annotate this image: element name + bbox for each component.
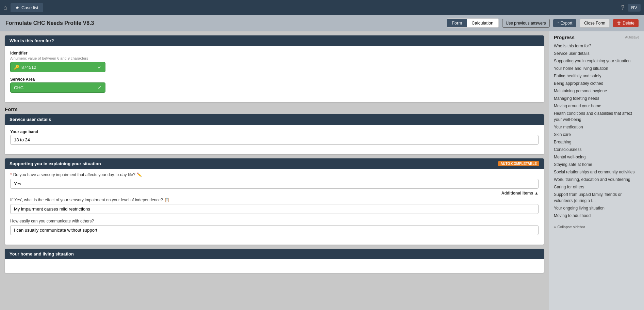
age-band-select[interactable]: 18 to 2425 to 3435 to 4445 to 5455 to 64… [10, 135, 539, 145]
age-band-field-group: Your age band 18 to 2425 to 3435 to 4445… [10, 129, 539, 145]
age-band-select-wrapper: 18 to 2425 to 3435 to 4445 to 5455 to 64… [10, 135, 539, 145]
sidebar-item[interactable]: Work, training, education and volunteeri… [554, 176, 639, 183]
trash-icon: 🗑 [617, 21, 621, 26]
communicate-question-label: How easily can you communicate with othe… [10, 219, 539, 223]
main-layout: Who is this form for? Identifier A numer… [0, 31, 644, 310]
effect-select[interactable]: My impairment causes mild restrictions M… [10, 204, 539, 214]
collapse-icon: » [554, 225, 556, 229]
communicate-select[interactable]: I can usually communicate without suppor… [10, 225, 539, 235]
sidebar-item[interactable]: Staying safe at home [554, 161, 639, 168]
service-user-body: Your age band 18 to 2425 to 3435 to 4445… [5, 125, 544, 154]
age-band-label: Your age band [10, 129, 539, 134]
sidebar-item[interactable]: Mental well-being [554, 153, 639, 161]
home-section-body [5, 259, 544, 273]
sidebar-item[interactable]: Managing toileting needs [554, 95, 639, 102]
service-area-input[interactable]: CHC ✓ [10, 82, 105, 93]
check-icon: ✓ [98, 64, 102, 70]
who-is-form-header: Who is this form for? [5, 35, 544, 46]
help-icon[interactable]: ? [621, 4, 624, 11]
who-is-form-body: Identifier A numeric value of between 6 … [5, 46, 544, 102]
page-title: Formulate CHC Needs Profile V8.3 [5, 20, 443, 26]
form-section-label: Form [5, 106, 544, 112]
sidebar-item[interactable]: Your medication [554, 123, 639, 131]
support-section-body: * Do you have a sensory impairment that … [5, 169, 544, 245]
home-section-header: Your home and living situation [5, 249, 544, 259]
home-icon[interactable]: ⌂ [3, 4, 7, 11]
identifier-hint: A numeric value of between 6 and 9 chara… [10, 56, 539, 60]
support-section: Supporting you in explaining your situat… [5, 158, 544, 245]
effect-select-wrapper: My impairment causes mild restrictions M… [10, 204, 539, 214]
sidebar: Progress Autosave Who is this form for?S… [549, 31, 644, 310]
sidebar-item[interactable]: Moving to adulthood [554, 212, 639, 219]
identifier-input[interactable]: 🔑 874512 ✓ [10, 62, 105, 72]
sidebar-item[interactable]: Your home and living situation [554, 65, 639, 72]
user-badge: RV [628, 4, 641, 12]
support-section-header: Supporting you in explaining your situat… [5, 158, 544, 169]
collapse-sidebar-button[interactable]: » Collapse sidebar [554, 225, 639, 229]
additional-items-toggle[interactable]: Additional Items ▲ [10, 189, 539, 198]
sensory-question-label: * Do you have a sensory impairment that … [10, 172, 539, 177]
calculation-tab[interactable]: Calculation [467, 19, 498, 27]
top-nav: ⌂ ★ Case list ? RV [0, 0, 644, 15]
sidebar-item[interactable]: Health conditions and disabilities that … [554, 110, 639, 123]
service-area-label: Service Area [10, 77, 539, 82]
auto-completable-badge: AUTO-COMPLETABLE [498, 161, 539, 166]
sidebar-item[interactable]: Who is this form for? [554, 42, 639, 50]
service-area-field-group: Service Area CHC ✓ [10, 77, 539, 93]
who-is-form-section: Who is this form for? Identifier A numer… [5, 35, 544, 102]
export-button[interactable]: ↑ Export [553, 19, 577, 27]
export-icon: ↑ [557, 21, 559, 26]
sidebar-item[interactable]: Being appropriately clothed [554, 80, 639, 87]
effect-question-label: If 'Yes', what is the effect of your sen… [10, 198, 539, 202]
chevron-up-icon: ▲ [534, 191, 539, 196]
form-calc-toggle: Form Calculation [447, 18, 499, 28]
edit-icon-sensory: ✏️ [137, 172, 142, 177]
form-area: Who is this form for? Identifier A numer… [0, 31, 549, 310]
sidebar-item[interactable]: Supporting you in explaining your situat… [554, 57, 639, 65]
sidebar-item[interactable]: Maintaining personal hygiene [554, 87, 639, 95]
sensory-select[interactable]: Yes No [10, 179, 539, 189]
communicate-field-group: How easily can you communicate with othe… [10, 219, 539, 235]
sidebar-items-list: Who is this form for?Service user detail… [554, 42, 639, 219]
identifier-field-group: Identifier A numeric value of between 6 … [10, 51, 539, 72]
identifier-label: Identifier [10, 51, 539, 56]
close-form-button[interactable]: Close Form [580, 19, 610, 28]
sidebar-item[interactable]: Caring for others [554, 183, 639, 191]
sidebar-item[interactable]: Breathing [554, 138, 639, 146]
sidebar-title: Progress [554, 35, 575, 40]
sub-header: Formulate CHC Needs Profile V8.3 Form Ca… [0, 15, 644, 31]
sidebar-item[interactable]: Service user details [554, 50, 639, 57]
use-previous-answers-button[interactable]: Use previous answers [502, 19, 550, 28]
delete-button[interactable]: 🗑 Delete [613, 19, 639, 27]
sidebar-item[interactable]: Eating healthily and safely [554, 72, 639, 80]
service-user-section: Service user details Your age band 18 to… [5, 114, 544, 154]
home-section: Your home and living situation [5, 249, 544, 273]
sensory-select-wrapper: Yes No [10, 179, 539, 189]
form-tab[interactable]: Form [447, 19, 467, 27]
sidebar-item[interactable]: Support from unpaid family, friends or v… [554, 191, 639, 204]
case-list-tab[interactable]: ★ Case list [11, 3, 43, 12]
edit-icon-effect: 📋 [164, 198, 169, 202]
communicate-select-wrapper: I can usually communicate without suppor… [10, 225, 539, 235]
sidebar-item[interactable]: Social relationships and community activ… [554, 168, 639, 176]
required-star: * [10, 172, 12, 177]
effect-field-group: If 'Yes', what is the effect of your sen… [10, 198, 539, 214]
id-icon: 🔑 [14, 65, 19, 70]
service-user-header: Service user details [5, 114, 544, 125]
case-list-label: Case list [21, 5, 38, 10]
star-icon: ★ [15, 5, 19, 10]
autosave-label: Autosave [625, 35, 639, 39]
sidebar-item[interactable]: Consciousness [554, 146, 639, 153]
service-area-check-icon: ✓ [98, 85, 102, 90]
sidebar-item[interactable]: Skin care [554, 131, 639, 138]
sidebar-item[interactable]: Moving around your home [554, 102, 639, 110]
sidebar-item[interactable]: Your ongoing living situation [554, 204, 639, 212]
